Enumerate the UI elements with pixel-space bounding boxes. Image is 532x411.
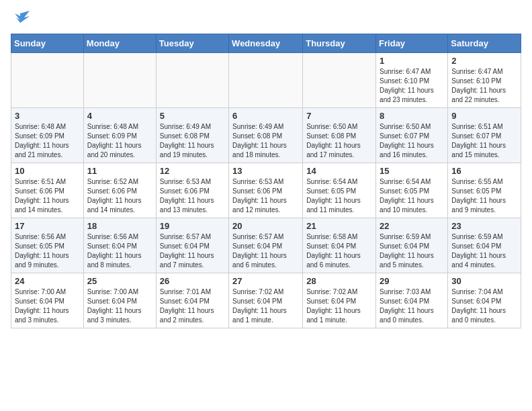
day-number: 24	[15, 276, 80, 286]
calendar-cell: 1Sunrise: 6:47 AM Sunset: 6:10 PM Daylig…	[376, 53, 448, 108]
day-info: Sunrise: 6:50 AM Sunset: 6:07 PM Dayligh…	[380, 122, 444, 160]
day-number: 2	[451, 56, 517, 66]
day-info: Sunrise: 6:50 AM Sunset: 6:08 PM Dayligh…	[306, 122, 372, 160]
day-info: Sunrise: 6:57 AM Sunset: 6:04 PM Dayligh…	[160, 232, 225, 270]
day-info: Sunrise: 6:48 AM Sunset: 6:09 PM Dayligh…	[15, 122, 80, 160]
day-number: 17	[15, 221, 80, 231]
day-number: 16	[451, 166, 517, 176]
calendar-cell: 15Sunrise: 6:54 AM Sunset: 6:05 PM Dayli…	[376, 163, 448, 218]
calendar-cell	[156, 53, 228, 108]
calendar-cell: 7Sunrise: 6:50 AM Sunset: 6:08 PM Daylig…	[303, 108, 376, 163]
calendar-cell: 25Sunrise: 7:00 AM Sunset: 6:04 PM Dayli…	[83, 273, 156, 328]
day-number: 27	[232, 276, 299, 286]
day-number: 3	[15, 111, 80, 121]
calendar-cell	[303, 53, 376, 108]
calendar-cell: 30Sunrise: 7:04 AM Sunset: 6:04 PM Dayli…	[448, 273, 521, 328]
logo	[11, 11, 32, 26]
day-number: 23	[451, 221, 517, 231]
calendar-cell: 13Sunrise: 6:53 AM Sunset: 6:06 PM Dayli…	[229, 163, 303, 218]
calendar-header-row: SundayMondayTuesdayWednesdayThursdayFrid…	[11, 34, 521, 53]
day-info: Sunrise: 6:57 AM Sunset: 6:04 PM Dayligh…	[232, 232, 299, 270]
day-info: Sunrise: 6:47 AM Sunset: 6:10 PM Dayligh…	[451, 67, 517, 105]
day-number: 9	[451, 111, 517, 121]
day-number: 8	[380, 111, 444, 121]
calendar-cell: 14Sunrise: 6:54 AM Sunset: 6:05 PM Dayli…	[303, 163, 376, 218]
day-number: 11	[87, 166, 152, 176]
calendar-cell: 17Sunrise: 6:56 AM Sunset: 6:05 PM Dayli…	[11, 218, 84, 273]
day-info: Sunrise: 7:02 AM Sunset: 6:04 PM Dayligh…	[306, 287, 372, 325]
day-number: 26	[160, 276, 225, 286]
calendar-week-row: 24Sunrise: 7:00 AM Sunset: 6:04 PM Dayli…	[11, 273, 521, 328]
day-info: Sunrise: 6:58 AM Sunset: 6:04 PM Dayligh…	[306, 232, 372, 270]
calendar-cell: 8Sunrise: 6:50 AM Sunset: 6:07 PM Daylig…	[376, 108, 448, 163]
day-of-week-header: Monday	[83, 34, 156, 53]
calendar-cell: 26Sunrise: 7:01 AM Sunset: 6:04 PM Dayli…	[156, 273, 228, 328]
calendar-cell: 18Sunrise: 6:56 AM Sunset: 6:04 PM Dayli…	[83, 218, 156, 273]
day-info: Sunrise: 7:04 AM Sunset: 6:04 PM Dayligh…	[451, 287, 517, 325]
calendar-cell: 24Sunrise: 7:00 AM Sunset: 6:04 PM Dayli…	[11, 273, 84, 328]
day-number: 5	[160, 111, 225, 121]
day-number: 28	[306, 276, 372, 286]
day-number: 13	[232, 166, 299, 176]
day-of-week-header: Sunday	[11, 34, 84, 53]
calendar-cell: 29Sunrise: 7:03 AM Sunset: 6:04 PM Dayli…	[376, 273, 448, 328]
day-info: Sunrise: 6:54 AM Sunset: 6:05 PM Dayligh…	[306, 177, 372, 215]
calendar-week-row: 1Sunrise: 6:47 AM Sunset: 6:10 PM Daylig…	[11, 53, 521, 108]
day-info: Sunrise: 6:54 AM Sunset: 6:05 PM Dayligh…	[380, 177, 444, 215]
day-info: Sunrise: 6:59 AM Sunset: 6:04 PM Dayligh…	[380, 232, 444, 270]
calendar-week-row: 17Sunrise: 6:56 AM Sunset: 6:05 PM Dayli…	[11, 218, 521, 273]
logo-icon	[11, 11, 30, 26]
day-info: Sunrise: 6:59 AM Sunset: 6:04 PM Dayligh…	[451, 232, 517, 270]
day-number: 30	[451, 276, 517, 286]
calendar-cell	[229, 53, 303, 108]
day-number: 12	[160, 166, 225, 176]
day-info: Sunrise: 6:53 AM Sunset: 6:06 PM Dayligh…	[160, 177, 225, 215]
calendar-cell: 11Sunrise: 6:52 AM Sunset: 6:06 PM Dayli…	[83, 163, 156, 218]
calendar-cell: 16Sunrise: 6:55 AM Sunset: 6:05 PM Dayli…	[448, 163, 521, 218]
calendar-cell: 6Sunrise: 6:49 AM Sunset: 6:08 PM Daylig…	[229, 108, 303, 163]
day-of-week-header: Tuesday	[156, 34, 228, 53]
day-info: Sunrise: 6:47 AM Sunset: 6:10 PM Dayligh…	[380, 67, 444, 105]
day-info: Sunrise: 6:49 AM Sunset: 6:08 PM Dayligh…	[160, 122, 225, 160]
day-number: 21	[306, 221, 372, 231]
day-info: Sunrise: 6:55 AM Sunset: 6:05 PM Dayligh…	[451, 177, 517, 215]
day-info: Sunrise: 6:51 AM Sunset: 6:06 PM Dayligh…	[15, 177, 80, 215]
calendar-week-row: 3Sunrise: 6:48 AM Sunset: 6:09 PM Daylig…	[11, 108, 521, 163]
day-info: Sunrise: 7:00 AM Sunset: 6:04 PM Dayligh…	[15, 287, 80, 325]
day-info: Sunrise: 7:02 AM Sunset: 6:04 PM Dayligh…	[232, 287, 299, 325]
day-info: Sunrise: 7:00 AM Sunset: 6:04 PM Dayligh…	[87, 287, 152, 325]
calendar-cell: 28Sunrise: 7:02 AM Sunset: 6:04 PM Dayli…	[303, 273, 376, 328]
day-info: Sunrise: 6:51 AM Sunset: 6:07 PM Dayligh…	[451, 122, 517, 160]
calendar-cell: 21Sunrise: 6:58 AM Sunset: 6:04 PM Dayli…	[303, 218, 376, 273]
calendar-cell: 3Sunrise: 6:48 AM Sunset: 6:09 PM Daylig…	[11, 108, 84, 163]
day-number: 4	[87, 111, 152, 121]
day-number: 22	[380, 221, 444, 231]
day-info: Sunrise: 6:49 AM Sunset: 6:08 PM Dayligh…	[232, 122, 299, 160]
calendar-cell	[83, 53, 156, 108]
day-number: 14	[306, 166, 372, 176]
day-number: 25	[87, 276, 152, 286]
calendar-cell: 4Sunrise: 6:48 AM Sunset: 6:09 PM Daylig…	[83, 108, 156, 163]
calendar-cell: 22Sunrise: 6:59 AM Sunset: 6:04 PM Dayli…	[376, 218, 448, 273]
day-info: Sunrise: 6:53 AM Sunset: 6:06 PM Dayligh…	[232, 177, 299, 215]
day-of-week-header: Saturday	[448, 34, 521, 53]
calendar-cell: 19Sunrise: 6:57 AM Sunset: 6:04 PM Dayli…	[156, 218, 228, 273]
svg-marker-0	[15, 11, 30, 23]
day-number: 18	[87, 221, 152, 231]
day-info: Sunrise: 6:52 AM Sunset: 6:06 PM Dayligh…	[87, 177, 152, 215]
calendar-cell: 10Sunrise: 6:51 AM Sunset: 6:06 PM Dayli…	[11, 163, 84, 218]
day-number: 10	[15, 166, 80, 176]
day-info: Sunrise: 7:03 AM Sunset: 6:04 PM Dayligh…	[380, 287, 444, 325]
day-number: 7	[306, 111, 372, 121]
day-number: 29	[380, 276, 444, 286]
day-info: Sunrise: 6:56 AM Sunset: 6:05 PM Dayligh…	[15, 232, 80, 270]
day-number: 1	[380, 56, 444, 66]
day-of-week-header: Thursday	[303, 34, 376, 53]
day-number: 15	[380, 166, 444, 176]
calendar-cell: 9Sunrise: 6:51 AM Sunset: 6:07 PM Daylig…	[448, 108, 521, 163]
day-number: 20	[232, 221, 299, 231]
day-number: 19	[160, 221, 225, 231]
day-info: Sunrise: 6:48 AM Sunset: 6:09 PM Dayligh…	[87, 122, 152, 160]
day-info: Sunrise: 7:01 AM Sunset: 6:04 PM Dayligh…	[160, 287, 225, 325]
calendar-cell: 5Sunrise: 6:49 AM Sunset: 6:08 PM Daylig…	[156, 108, 228, 163]
